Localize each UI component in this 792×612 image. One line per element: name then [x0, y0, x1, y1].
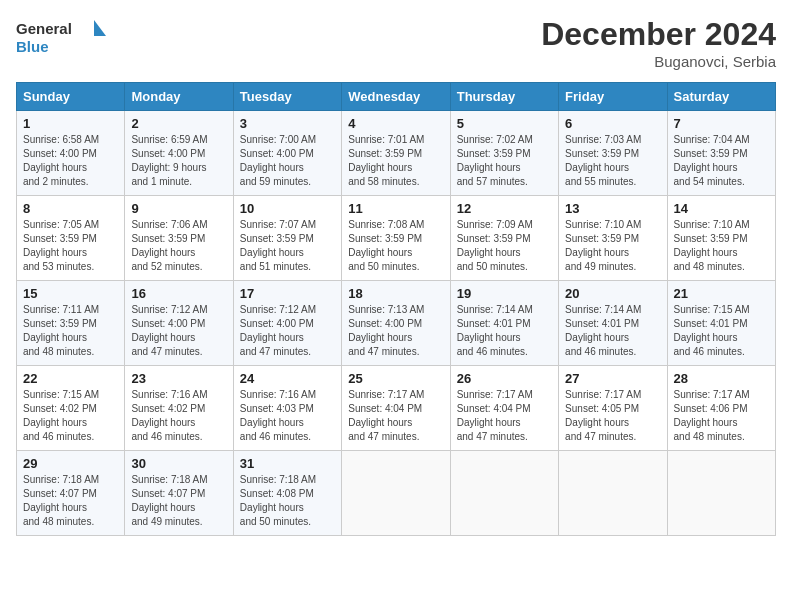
- calendar-week-row: 29 Sunrise: 7:18 AMSunset: 4:07 PMDaylig…: [17, 451, 776, 536]
- calendar-cell: 27 Sunrise: 7:17 AMSunset: 4:05 PMDaylig…: [559, 366, 667, 451]
- col-saturday: Saturday: [667, 83, 775, 111]
- day-info: Sunrise: 7:14 AMSunset: 4:01 PMDaylight …: [565, 304, 641, 357]
- calendar-cell: 8 Sunrise: 7:05 AMSunset: 3:59 PMDayligh…: [17, 196, 125, 281]
- calendar-cell: 16 Sunrise: 7:12 AMSunset: 4:00 PMDaylig…: [125, 281, 233, 366]
- day-info: Sunrise: 7:15 AMSunset: 4:01 PMDaylight …: [674, 304, 750, 357]
- day-info: Sunrise: 7:11 AMSunset: 3:59 PMDaylight …: [23, 304, 99, 357]
- day-info: Sunrise: 7:13 AMSunset: 4:00 PMDaylight …: [348, 304, 424, 357]
- svg-text:Blue: Blue: [16, 38, 49, 55]
- page-header: General Blue December 2024 Buganovci, Se…: [16, 16, 776, 70]
- svg-text:General: General: [16, 20, 72, 37]
- calendar-cell: 3 Sunrise: 7:00 AMSunset: 4:00 PMDayligh…: [233, 111, 341, 196]
- day-info: Sunrise: 7:14 AMSunset: 4:01 PMDaylight …: [457, 304, 533, 357]
- calendar-table: Sunday Monday Tuesday Wednesday Thursday…: [16, 82, 776, 536]
- day-number: 30: [131, 456, 226, 471]
- calendar-cell: 9 Sunrise: 7:06 AMSunset: 3:59 PMDayligh…: [125, 196, 233, 281]
- col-thursday: Thursday: [450, 83, 558, 111]
- day-number: 8: [23, 201, 118, 216]
- day-number: 21: [674, 286, 769, 301]
- calendar-cell: 5 Sunrise: 7:02 AMSunset: 3:59 PMDayligh…: [450, 111, 558, 196]
- day-number: 20: [565, 286, 660, 301]
- day-number: 2: [131, 116, 226, 131]
- day-info: Sunrise: 7:08 AMSunset: 3:59 PMDaylight …: [348, 219, 424, 272]
- calendar-cell: [559, 451, 667, 536]
- day-info: Sunrise: 6:58 AMSunset: 4:00 PMDaylight …: [23, 134, 99, 187]
- col-tuesday: Tuesday: [233, 83, 341, 111]
- calendar-cell: 10 Sunrise: 7:07 AMSunset: 3:59 PMDaylig…: [233, 196, 341, 281]
- day-number: 29: [23, 456, 118, 471]
- calendar-header-row: Sunday Monday Tuesday Wednesday Thursday…: [17, 83, 776, 111]
- day-number: 23: [131, 371, 226, 386]
- day-number: 15: [23, 286, 118, 301]
- calendar-title: December 2024: [541, 16, 776, 53]
- col-monday: Monday: [125, 83, 233, 111]
- calendar-cell: 21 Sunrise: 7:15 AMSunset: 4:01 PMDaylig…: [667, 281, 775, 366]
- calendar-cell: 17 Sunrise: 7:12 AMSunset: 4:00 PMDaylig…: [233, 281, 341, 366]
- day-number: 26: [457, 371, 552, 386]
- day-number: 24: [240, 371, 335, 386]
- calendar-cell: 22 Sunrise: 7:15 AMSunset: 4:02 PMDaylig…: [17, 366, 125, 451]
- calendar-week-row: 22 Sunrise: 7:15 AMSunset: 4:02 PMDaylig…: [17, 366, 776, 451]
- calendar-cell: 26 Sunrise: 7:17 AMSunset: 4:04 PMDaylig…: [450, 366, 558, 451]
- day-info: Sunrise: 7:02 AMSunset: 3:59 PMDaylight …: [457, 134, 533, 187]
- svg-marker-2: [94, 20, 106, 36]
- day-number: 22: [23, 371, 118, 386]
- day-info: Sunrise: 7:00 AMSunset: 4:00 PMDaylight …: [240, 134, 316, 187]
- day-info: Sunrise: 7:17 AMSunset: 4:04 PMDaylight …: [348, 389, 424, 442]
- day-info: Sunrise: 7:04 AMSunset: 3:59 PMDaylight …: [674, 134, 750, 187]
- calendar-week-row: 1 Sunrise: 6:58 AMSunset: 4:00 PMDayligh…: [17, 111, 776, 196]
- day-info: Sunrise: 7:18 AMSunset: 4:07 PMDaylight …: [131, 474, 207, 527]
- day-number: 12: [457, 201, 552, 216]
- calendar-cell: 31 Sunrise: 7:18 AMSunset: 4:08 PMDaylig…: [233, 451, 341, 536]
- day-number: 13: [565, 201, 660, 216]
- day-info: Sunrise: 7:12 AMSunset: 4:00 PMDaylight …: [131, 304, 207, 357]
- day-number: 4: [348, 116, 443, 131]
- day-number: 9: [131, 201, 226, 216]
- calendar-cell: 13 Sunrise: 7:10 AMSunset: 3:59 PMDaylig…: [559, 196, 667, 281]
- day-info: Sunrise: 7:17 AMSunset: 4:06 PMDaylight …: [674, 389, 750, 442]
- calendar-cell: 14 Sunrise: 7:10 AMSunset: 3:59 PMDaylig…: [667, 196, 775, 281]
- day-number: 1: [23, 116, 118, 131]
- day-number: 18: [348, 286, 443, 301]
- day-info: Sunrise: 7:15 AMSunset: 4:02 PMDaylight …: [23, 389, 99, 442]
- day-info: Sunrise: 7:01 AMSunset: 3:59 PMDaylight …: [348, 134, 424, 187]
- day-number: 31: [240, 456, 335, 471]
- day-info: Sunrise: 7:17 AMSunset: 4:05 PMDaylight …: [565, 389, 641, 442]
- calendar-cell: [342, 451, 450, 536]
- logo-svg: General Blue: [16, 16, 106, 60]
- day-number: 28: [674, 371, 769, 386]
- calendar-cell: 25 Sunrise: 7:17 AMSunset: 4:04 PMDaylig…: [342, 366, 450, 451]
- day-info: Sunrise: 7:16 AMSunset: 4:02 PMDaylight …: [131, 389, 207, 442]
- day-number: 6: [565, 116, 660, 131]
- calendar-subtitle: Buganovci, Serbia: [541, 53, 776, 70]
- day-number: 16: [131, 286, 226, 301]
- day-info: Sunrise: 7:12 AMSunset: 4:00 PMDaylight …: [240, 304, 316, 357]
- calendar-cell: 4 Sunrise: 7:01 AMSunset: 3:59 PMDayligh…: [342, 111, 450, 196]
- day-info: Sunrise: 7:05 AMSunset: 3:59 PMDaylight …: [23, 219, 99, 272]
- day-number: 17: [240, 286, 335, 301]
- day-info: Sunrise: 7:10 AMSunset: 3:59 PMDaylight …: [674, 219, 750, 272]
- calendar-cell: 19 Sunrise: 7:14 AMSunset: 4:01 PMDaylig…: [450, 281, 558, 366]
- logo: General Blue: [16, 16, 106, 60]
- calendar-cell: 7 Sunrise: 7:04 AMSunset: 3:59 PMDayligh…: [667, 111, 775, 196]
- calendar-cell: 30 Sunrise: 7:18 AMSunset: 4:07 PMDaylig…: [125, 451, 233, 536]
- day-number: 10: [240, 201, 335, 216]
- calendar-week-row: 15 Sunrise: 7:11 AMSunset: 3:59 PMDaylig…: [17, 281, 776, 366]
- calendar-cell: 1 Sunrise: 6:58 AMSunset: 4:00 PMDayligh…: [17, 111, 125, 196]
- calendar-cell: 15 Sunrise: 7:11 AMSunset: 3:59 PMDaylig…: [17, 281, 125, 366]
- day-info: Sunrise: 7:17 AMSunset: 4:04 PMDaylight …: [457, 389, 533, 442]
- day-number: 3: [240, 116, 335, 131]
- day-info: Sunrise: 7:07 AMSunset: 3:59 PMDaylight …: [240, 219, 316, 272]
- calendar-cell: 2 Sunrise: 6:59 AMSunset: 4:00 PMDayligh…: [125, 111, 233, 196]
- title-area: December 2024 Buganovci, Serbia: [541, 16, 776, 70]
- day-info: Sunrise: 7:10 AMSunset: 3:59 PMDaylight …: [565, 219, 641, 272]
- day-number: 14: [674, 201, 769, 216]
- calendar-cell: 23 Sunrise: 7:16 AMSunset: 4:02 PMDaylig…: [125, 366, 233, 451]
- day-number: 11: [348, 201, 443, 216]
- day-info: Sunrise: 7:16 AMSunset: 4:03 PMDaylight …: [240, 389, 316, 442]
- calendar-cell: [667, 451, 775, 536]
- day-info: Sunrise: 7:06 AMSunset: 3:59 PMDaylight …: [131, 219, 207, 272]
- day-info: Sunrise: 7:03 AMSunset: 3:59 PMDaylight …: [565, 134, 641, 187]
- calendar-cell: 12 Sunrise: 7:09 AMSunset: 3:59 PMDaylig…: [450, 196, 558, 281]
- day-info: Sunrise: 7:18 AMSunset: 4:07 PMDaylight …: [23, 474, 99, 527]
